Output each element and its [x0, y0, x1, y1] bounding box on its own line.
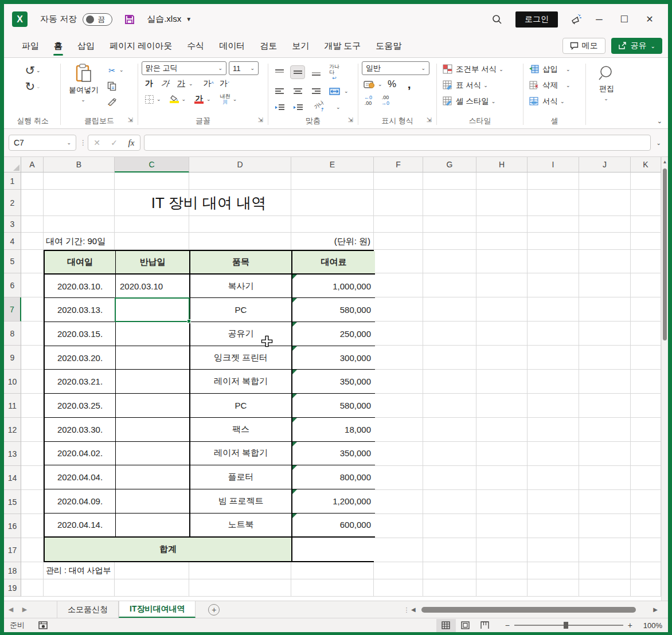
column-header-H[interactable]: H	[476, 157, 528, 173]
table-cell-ret[interactable]	[116, 489, 190, 514]
row-header-9[interactable]: 9	[4, 346, 21, 370]
cell-D3[interactable]	[189, 216, 291, 233]
chevron-down-icon[interactable]: ⌄	[344, 88, 349, 94]
column-header-A[interactable]: A	[21, 157, 44, 173]
row-header-10[interactable]: 10	[4, 370, 21, 394]
sheet-nav-right-icon[interactable]: ▶	[18, 606, 32, 613]
cell-H13[interactable]	[476, 442, 528, 466]
page-layout-view-button[interactable]	[456, 619, 475, 632]
table-cell-date[interactable]: 2020.04.04.	[45, 465, 116, 489]
cell-K14[interactable]	[631, 466, 661, 490]
phonetic-guide-icon[interactable]: 내천川	[218, 92, 233, 106]
cell-D1[interactable]	[189, 173, 291, 190]
conditional-formatting-button[interactable]: 조건부 서식⌄	[440, 61, 506, 77]
table-cell-fee[interactable]: 350,000	[292, 370, 375, 394]
chevron-down-icon[interactable]: ⌄	[336, 104, 341, 110]
cell-A11[interactable]	[21, 394, 44, 418]
table-cell-fee[interactable]: 600,000	[292, 514, 375, 538]
cell-H10[interactable]	[476, 370, 528, 394]
cell-F6[interactable]	[374, 273, 423, 297]
cell-I13[interactable]	[528, 442, 579, 466]
increase-indent-icon[interactable]	[290, 100, 305, 114]
align-bottom-icon[interactable]	[308, 65, 323, 79]
selected-cell-C7[interactable]	[115, 297, 190, 322]
cell-F8[interactable]	[374, 322, 423, 346]
cell-G15[interactable]	[423, 490, 476, 514]
table-cell-ret[interactable]	[116, 465, 190, 489]
scroll-left-icon[interactable]: ◀	[411, 606, 416, 613]
table-cell-ret[interactable]	[116, 418, 190, 442]
table-cell-date[interactable]: 2020.03.13.	[45, 298, 116, 322]
table-cell-item[interactable]: 공유기	[190, 322, 292, 346]
cell-F17[interactable]	[374, 538, 423, 562]
tab-home[interactable]: 홈	[46, 37, 70, 56]
cell-J2[interactable]	[579, 190, 631, 216]
cell-E18[interactable]	[291, 562, 374, 579]
row-header-18[interactable]: 18	[4, 562, 21, 579]
cell-K13[interactable]	[631, 442, 661, 466]
cell-H9[interactable]	[476, 346, 528, 370]
cell-A8[interactable]	[21, 322, 44, 346]
cell-A5[interactable]	[21, 250, 44, 273]
table-cell-ret[interactable]: 2020.03.10	[116, 275, 190, 299]
row-header-14[interactable]: 14	[4, 466, 21, 490]
table-cell-date[interactable]: 2020.03.21.	[45, 370, 116, 394]
column-header-J[interactable]: J	[579, 157, 631, 173]
insert-cells-button[interactable]: 삽입⌄	[527, 61, 573, 77]
align-middle-icon[interactable]	[290, 65, 305, 79]
cell-G4[interactable]	[423, 233, 476, 250]
cell-I15[interactable]	[528, 490, 579, 514]
cell-G1[interactable]	[423, 173, 476, 190]
cell-K19[interactable]	[631, 579, 661, 597]
zoom-slider[interactable]	[514, 625, 623, 626]
cell-G8[interactable]	[423, 322, 476, 346]
excel-logo-icon[interactable]: X	[12, 11, 28, 27]
chevron-down-icon[interactable]: ⌄	[36, 68, 41, 73]
cell-I11[interactable]	[528, 394, 579, 418]
scroll-up-icon[interactable]: ▲	[662, 157, 668, 166]
cell-F16[interactable]	[374, 514, 423, 538]
column-header-F[interactable]: F	[374, 157, 423, 173]
cell-I5[interactable]	[528, 250, 579, 273]
cell-H3[interactable]	[476, 216, 528, 233]
borders-icon[interactable]	[142, 92, 157, 106]
merge-center-icon[interactable]	[327, 84, 342, 98]
table-cell-date[interactable]: 2020.04.14.	[45, 514, 116, 538]
cell-H7[interactable]	[476, 297, 528, 322]
sheet-title[interactable]: IT 장비 대여 내역	[44, 190, 374, 216]
column-header-B[interactable]: B	[44, 157, 115, 173]
tab-review[interactable]: 검토	[252, 37, 284, 56]
comments-button[interactable]: 메모	[562, 38, 605, 54]
horizontal-scroll-thumb[interactable]	[421, 607, 636, 613]
cell-J15[interactable]	[579, 490, 631, 514]
cell-G2[interactable]	[423, 190, 476, 216]
cell-J5[interactable]	[579, 250, 631, 273]
row-header-17[interactable]: 17	[4, 538, 21, 562]
redo-button[interactable]: ↻	[25, 80, 35, 93]
increase-decimal-icon[interactable]: ←0.00	[362, 93, 374, 107]
cell-H4[interactable]	[476, 233, 528, 250]
table-cell-date[interactable]: 2020.03.15.	[45, 322, 116, 346]
unit-label[interactable]: (단위: 원)	[291, 233, 370, 250]
table-cell-fee[interactable]: 1,000,000	[292, 275, 375, 299]
macro-record-icon[interactable]	[38, 621, 48, 629]
chevron-down-icon[interactable]: ⌄	[157, 96, 161, 102]
close-button[interactable]: ✕	[637, 9, 662, 30]
row-header-8[interactable]: 8	[4, 322, 21, 346]
zoom-out-button[interactable]: −	[505, 621, 510, 630]
cell-A15[interactable]	[21, 490, 44, 514]
name-box-splitter[interactable]: ⋮	[80, 142, 84, 144]
comma-style-button[interactable]: ,	[402, 77, 417, 91]
table-cell-fee[interactable]: 300,000	[292, 346, 375, 370]
table-cell-item[interactable]: 플로터	[190, 465, 292, 489]
cell-K8[interactable]	[631, 322, 661, 346]
cell-H16[interactable]	[476, 514, 528, 538]
cell-D4[interactable]	[189, 233, 291, 250]
cell-A4[interactable]	[21, 233, 44, 250]
cell-G3[interactable]	[423, 216, 476, 233]
table-cell-fee[interactable]: 18,000	[292, 418, 375, 442]
table-cell-item[interactable]: 레이저 복합기	[190, 442, 292, 466]
table-cell-ret[interactable]	[116, 442, 190, 466]
cell-G19[interactable]	[423, 579, 476, 597]
row-header-3[interactable]: 3	[4, 216, 21, 233]
